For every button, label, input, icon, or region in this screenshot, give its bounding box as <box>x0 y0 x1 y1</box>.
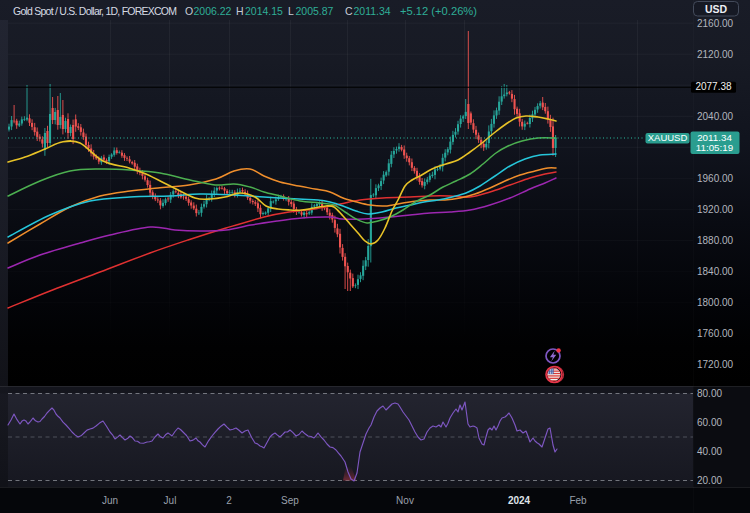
svg-text:1760.00: 1760.00 <box>697 328 734 339</box>
svg-text:Sep: Sep <box>281 495 299 506</box>
svg-text:H: H <box>236 5 244 17</box>
svg-text:Nov: Nov <box>396 495 414 506</box>
svg-text:2024: 2024 <box>508 495 531 506</box>
svg-text:2040.00: 2040.00 <box>697 111 734 122</box>
svg-text:XAUUSD: XAUUSD <box>648 132 688 143</box>
svg-text:11:05:19: 11:05:19 <box>696 142 733 153</box>
svg-text:60.00: 60.00 <box>697 417 722 428</box>
svg-text:1720.00: 1720.00 <box>697 359 734 370</box>
svg-text:O: O <box>185 5 193 17</box>
svg-text:1880.00: 1880.00 <box>697 235 734 246</box>
svg-text:2160.00: 2160.00 <box>697 18 734 29</box>
svg-text:Jun: Jun <box>102 495 118 506</box>
svg-text:40.00: 40.00 <box>697 446 722 457</box>
svg-text:Gold Spot / U.S. Dollar, 1D, F: Gold Spot / U.S. Dollar, 1D, FOREXCOM <box>13 5 177 17</box>
svg-text:2077.38: 2077.38 <box>695 81 732 92</box>
svg-text:2014.15: 2014.15 <box>245 5 283 17</box>
svg-text:1960.00: 1960.00 <box>697 173 734 184</box>
svg-text:L: L <box>288 5 294 17</box>
svg-text:2005.87: 2005.87 <box>296 5 334 17</box>
svg-text:2011.34: 2011.34 <box>697 132 732 143</box>
svg-text:1800.00: 1800.00 <box>697 297 734 308</box>
svg-text:USD: USD <box>705 3 728 15</box>
svg-text:Jul: Jul <box>164 495 177 506</box>
svg-text:C: C <box>345 5 353 17</box>
svg-text:+5.12 (+0.26%): +5.12 (+0.26%) <box>400 5 477 17</box>
svg-text:2006.22: 2006.22 <box>194 5 232 17</box>
svg-text:1840.00: 1840.00 <box>697 266 734 277</box>
svg-text:20.00: 20.00 <box>697 475 722 486</box>
svg-text:2120.00: 2120.00 <box>697 49 734 60</box>
svg-text:1920.00: 1920.00 <box>697 204 734 215</box>
svg-text:2011.34: 2011.34 <box>354 5 391 17</box>
svg-text:80.00: 80.00 <box>697 388 722 399</box>
svg-text:Feb: Feb <box>569 495 587 506</box>
svg-text:2: 2 <box>226 495 232 506</box>
